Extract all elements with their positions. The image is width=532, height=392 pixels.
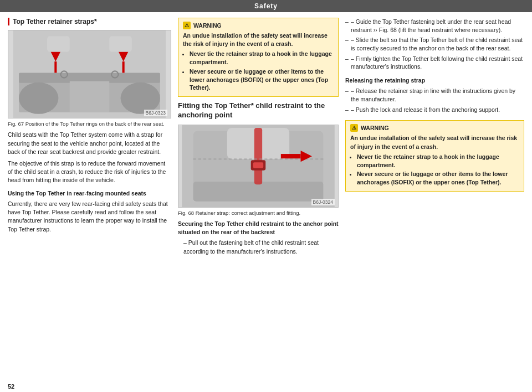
right-column: – Guide the Top Tether fastening belt un… xyxy=(345,18,524,375)
fig67-image: B6J-0323 xyxy=(8,30,171,118)
middle-column: ⚠ WARNING An undue installation of the s… xyxy=(178,18,339,375)
fig67-label: Fig. 67 Position of the Top Tether rings… xyxy=(8,121,171,127)
svg-rect-23 xyxy=(281,154,301,158)
page-number: 52 xyxy=(0,381,532,392)
warning2-item-1: Never tie the retainer strap to a hook i… xyxy=(357,153,519,169)
warning2-bold: An undue installation of the safety seat… xyxy=(350,134,519,151)
para3: Currently, there are very few rear-facin… xyxy=(8,200,171,234)
releasing-list: – Release the retainer strap in line wit… xyxy=(345,87,524,114)
fig68-label: Fig. 68 Retainer strap: correct adjustme… xyxy=(178,210,339,216)
svg-rect-12 xyxy=(47,36,70,52)
svg-rect-16 xyxy=(193,182,324,202)
warning2-list: Never tie the retainer strap to a hook i… xyxy=(350,153,519,187)
svg-rect-18 xyxy=(254,128,262,184)
fig68-image: B6J-0324 xyxy=(178,125,339,208)
warning-icon-2: ⚠ xyxy=(350,124,358,132)
svg-rect-13 xyxy=(109,36,132,52)
section-title: Top Tether retainer straps* xyxy=(8,18,171,25)
warning-box-1: ⚠ WARNING An undue installation of the s… xyxy=(178,18,339,97)
warning-title-2: ⚠ WARNING xyxy=(350,124,519,132)
header-bar: Safety xyxy=(0,0,532,12)
svg-rect-11 xyxy=(122,61,125,73)
right-item-2: – Slide the belt so that the Top Tether … xyxy=(345,36,524,52)
header-title: Safety xyxy=(254,2,278,10)
warning-title-1: ⚠ WARNING xyxy=(183,22,334,29)
para1: Child seats with the Top Tether system c… xyxy=(8,131,171,156)
heading-using: Using the Top Tether in rear-facing moun… xyxy=(8,189,171,198)
fig67-code: B6J-0323 xyxy=(144,110,167,116)
svg-rect-20 xyxy=(253,162,263,168)
releasing-item-1: – Release the retainer strap in line wit… xyxy=(345,87,524,103)
warning1-item-1: Never tie the retainer strap to a hook i… xyxy=(190,50,334,66)
main-content: Top Tether retainer straps* xyxy=(0,12,532,381)
right-item-1: – Guide the Top Tether fastening belt un… xyxy=(345,18,524,34)
warning1-item-2: Never secure or tie luggage or other ite… xyxy=(190,68,334,92)
securing-heading: Securing the Top Tether child restraint … xyxy=(178,220,339,236)
warning1-bold: An undue installation of the safety seat… xyxy=(183,32,334,48)
para2: The objective of this strap is to reduce… xyxy=(8,159,171,185)
svg-rect-5 xyxy=(70,81,109,112)
svg-point-3 xyxy=(19,82,58,114)
warning1-list: Never tie the retainer strap to a hook i… xyxy=(183,50,334,91)
securing-dash: – Pull out the fastening belt of the chi… xyxy=(178,239,339,255)
warning-box-2: ⚠ WARNING An undue installation of the s… xyxy=(345,120,524,191)
left-column: Top Tether retainer straps* xyxy=(8,18,171,375)
right-dash-list: – Guide the Top Tether fastening belt un… xyxy=(345,18,524,71)
svg-rect-9 xyxy=(54,61,57,73)
page: Safety Top Tether retainer straps* xyxy=(0,0,532,392)
fig68-code: B6J-0324 xyxy=(311,199,335,205)
releasing-heading: Releasing the retaining strap xyxy=(345,76,524,85)
warning2-item-2: Never secure or tie luggage or other ite… xyxy=(357,170,519,186)
warning-icon-1: ⚠ xyxy=(183,22,191,29)
fitting-title: Fitting the Top Tether* child restraint … xyxy=(178,101,339,120)
releasing-item-2: – Push the lock and release it from the … xyxy=(345,106,524,114)
right-item-3: – Firmly tighten the Top Tether belt fol… xyxy=(345,55,524,71)
